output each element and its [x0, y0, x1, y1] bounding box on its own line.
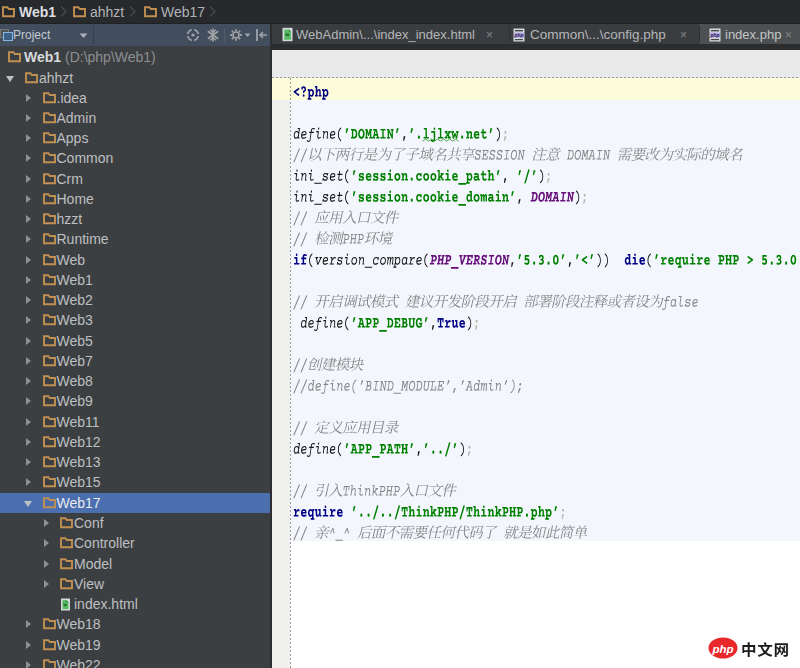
- svg-text:php: php: [513, 32, 523, 38]
- svg-text:php: php: [709, 32, 719, 38]
- svg-text:php: php: [711, 643, 733, 655]
